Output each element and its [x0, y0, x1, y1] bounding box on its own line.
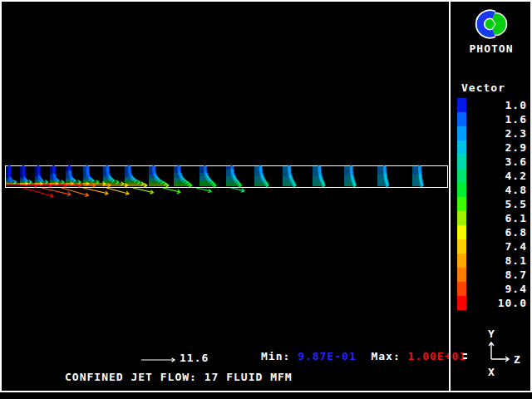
- axis-x-dash: [463, 353, 467, 355]
- min-value: 9.87E-01: [298, 350, 357, 362]
- legend-entry: 5.5: [457, 197, 530, 211]
- axes-triad: Y Z X: [451, 328, 532, 382]
- legend-entry: 3.6: [457, 155, 530, 169]
- legend-title: Vector: [461, 81, 505, 94]
- legend-swatch: [457, 169, 466, 183]
- legend-value: 5.5: [466, 198, 530, 210]
- legend-entry: 2.9: [457, 140, 530, 155]
- legend-swatch: [457, 296, 466, 310]
- axis-label-x: X: [488, 366, 495, 378]
- legend-swatch: [457, 225, 466, 239]
- legend-swatch: [457, 254, 466, 268]
- legend-entry: 7.4: [457, 239, 530, 254]
- legend-value: 8.7: [466, 268, 530, 281]
- vector-field: [6, 165, 423, 199]
- legend-value: 4.8: [466, 184, 530, 196]
- legend-entry: 10.0: [457, 296, 530, 310]
- min-label: Min:: [261, 350, 290, 362]
- photon-logo-icon: [472, 7, 510, 43]
- max-label: Max:: [371, 350, 400, 362]
- axis-label-z: Z: [514, 353, 520, 366]
- legend-swatch: [457, 239, 466, 254]
- legend-swatch: [457, 282, 466, 296]
- legend-entry: 1.6: [457, 112, 530, 126]
- legend-value: 9.4: [466, 283, 530, 295]
- legend-value: 2.9: [466, 141, 530, 154]
- legend-value: 2.3: [466, 127, 530, 140]
- legend-value: 6.1: [466, 212, 530, 224]
- sidebar: PHOTON Vector 1.01.62.32.93.64.24.85.56.…: [449, 2, 532, 391]
- legend-entry: 2.3: [457, 126, 530, 140]
- axis-label-y: Y: [488, 328, 495, 340]
- legend-swatch: [457, 112, 466, 126]
- legend-entry: 1.0: [457, 98, 530, 112]
- photon-window: 11.6 Min: 9.87E-01 Max: 1.00E+01 CONFINE…: [0, 0, 532, 392]
- legend-swatch: [457, 197, 466, 211]
- legend-value: 4.2: [466, 170, 530, 182]
- legend-value: 10.0: [466, 297, 530, 309]
- legend-entry: 8.7: [457, 268, 530, 282]
- legend-value: 1.0: [466, 99, 530, 111]
- legend-entry: 6.1: [457, 211, 530, 225]
- legend-value: 8.1: [466, 254, 530, 267]
- legend-swatch: [457, 140, 466, 155]
- legend-entry: 6.8: [457, 225, 530, 239]
- reference-arrow-label: 11.6: [180, 352, 209, 364]
- legend-entry: 4.8: [457, 183, 530, 197]
- reference-arrow: [141, 358, 175, 362]
- legend-value: 7.4: [466, 240, 530, 253]
- plot-area: 11.6 Min: 9.87E-01 Max: 1.00E+01 CONFINE…: [2, 2, 449, 391]
- legend-swatch: [457, 126, 466, 140]
- legend-value: 3.6: [466, 155, 530, 168]
- vector-plot-canvas: [2, 2, 449, 391]
- legend-value: 1.6: [466, 113, 530, 126]
- vector-arrow: [230, 186, 244, 193]
- legend-entry: 4.2: [457, 169, 530, 183]
- legend-entry: 9.4: [457, 282, 530, 296]
- axis-x-dash: [463, 357, 467, 359]
- legend-entry: 8.1: [457, 254, 530, 268]
- app-name: PHOTON: [451, 42, 532, 55]
- legend-value: 6.8: [466, 226, 530, 239]
- legend-swatch: [457, 155, 466, 169]
- legend-swatch: [457, 98, 466, 112]
- color-legend: 1.01.62.32.93.64.24.85.56.16.87.48.18.79…: [457, 98, 530, 310]
- legend-swatch: [457, 211, 466, 225]
- legend-swatch: [457, 183, 466, 197]
- plot-title: CONFINED JET FLOW: 17 FLUID MFM: [65, 371, 293, 383]
- legend-swatch: [457, 268, 466, 282]
- minmax-readout: Min: 9.87E-01 Max: 1.00E+01: [261, 350, 466, 362]
